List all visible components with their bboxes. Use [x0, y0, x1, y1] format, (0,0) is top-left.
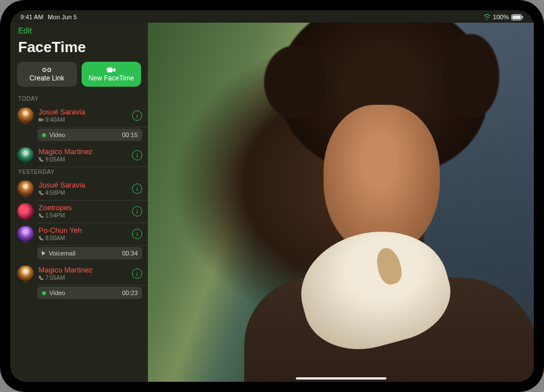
info-icon[interactable]	[132, 229, 142, 239]
call-name: Magico Martinez	[39, 148, 128, 156]
call-subtitle: 4:58PM	[39, 190, 128, 197]
avatar	[17, 147, 34, 164]
call-name: Magico Martinez	[39, 266, 128, 275]
unread-dot-icon	[42, 291, 46, 295]
status-date: Mon Jun 5	[48, 14, 76, 20]
call-name: Josué Saravia	[39, 108, 128, 117]
call-row[interactable]: Po-Chun Yeh 8:00AM	[10, 223, 148, 245]
call-row[interactable]: Josué Saravia 9:40AM	[10, 104, 148, 127]
status-time: 9:41 AM	[20, 14, 43, 20]
phone-icon	[39, 275, 44, 280]
call-time: 4:58PM	[45, 190, 65, 197]
call-row[interactable]: Magico Martinez 7:05AM	[10, 262, 148, 285]
phone-icon	[39, 236, 44, 241]
call-time: 9:05AM	[45, 156, 65, 163]
avatar	[17, 225, 34, 242]
link-icon	[42, 66, 52, 74]
phone-icon	[39, 157, 44, 162]
new-facetime-button[interactable]: New FaceTime	[82, 62, 142, 87]
call-subtitle: 7:05AM	[39, 275, 128, 282]
svg-rect-4	[39, 118, 42, 121]
battery-icon	[511, 14, 524, 20]
call-subtitle: 8:00AM	[39, 235, 128, 242]
video-icon	[107, 66, 116, 74]
section-header-yesterday: YESTERDAY	[10, 167, 148, 177]
avatar	[17, 265, 34, 282]
ipad-frame: 9:41 AM Mon Jun 5 100% Edit FaceTime	[0, 0, 544, 392]
create-link-label: Create Link	[29, 74, 64, 82]
video-call-icon	[39, 117, 44, 122]
call-name: Zoetropes	[39, 204, 128, 212]
unread-dot-icon	[42, 133, 46, 137]
svg-rect-1	[512, 15, 521, 19]
screen: 9:41 AM Mon Jun 5 100% Edit FaceTime	[10, 10, 534, 382]
media-row[interactable]: Voicemail 00:34	[37, 247, 142, 259]
media-row[interactable]: Video 00:23	[37, 287, 142, 299]
media-label: Video	[49, 289, 118, 296]
play-icon	[42, 251, 45, 255]
svg-rect-3	[107, 67, 112, 73]
info-icon[interactable]	[132, 206, 142, 216]
app-title: FaceTime	[10, 39, 148, 62]
call-subtitle: 9:05AM	[39, 156, 128, 163]
new-facetime-label: New FaceTime	[88, 74, 134, 82]
battery-percent: 100%	[493, 14, 509, 20]
avatar	[17, 203, 34, 220]
phone-icon	[39, 190, 44, 195]
info-icon[interactable]	[132, 150, 142, 160]
call-subtitle: 1:54PM	[39, 212, 128, 219]
call-subtitle: 9:40AM	[39, 117, 128, 123]
media-duration: 00:15	[122, 131, 138, 138]
call-name: Josué Saravia	[39, 181, 128, 190]
call-row[interactable]: Josué Saravia 4:58PM	[10, 177, 148, 200]
call-list[interactable]: TODAY Josué Saravia 9:40AM	[10, 93, 148, 382]
camera-preview	[148, 23, 534, 382]
media-duration: 00:23	[122, 289, 138, 296]
call-time: 9:40AM	[45, 117, 65, 123]
status-bar: 9:41 AM Mon Jun 5 100%	[10, 10, 534, 23]
media-label: Video	[49, 131, 118, 138]
info-icon[interactable]	[132, 110, 142, 121]
edit-button[interactable]: Edit	[10, 25, 40, 39]
phone-icon	[39, 213, 44, 218]
call-row[interactable]: Magico Martinez 9:05AM	[10, 144, 148, 167]
call-time: 1:54PM	[45, 212, 65, 219]
call-name: Po-Chun Yeh	[39, 227, 128, 235]
wifi-icon	[483, 14, 491, 20]
call-time: 7:05AM	[45, 275, 65, 282]
call-time: 8:00AM	[45, 235, 65, 242]
call-row[interactable]: Zoetropes 1:54PM	[10, 200, 148, 223]
sidebar: Edit FaceTime Create Link New FaceTime T…	[10, 23, 148, 382]
media-row[interactable]: Video 00:15	[37, 129, 142, 141]
info-icon[interactable]	[132, 184, 142, 194]
info-icon[interactable]	[132, 269, 142, 279]
section-header-today: TODAY	[10, 93, 148, 104]
avatar	[17, 180, 34, 197]
svg-rect-2	[522, 16, 524, 18]
avatar	[17, 107, 34, 124]
media-duration: 00:34	[122, 250, 138, 257]
media-label: Voicemail	[49, 250, 118, 257]
home-indicator[interactable]	[296, 377, 386, 380]
create-link-button[interactable]: Create Link	[17, 62, 77, 87]
